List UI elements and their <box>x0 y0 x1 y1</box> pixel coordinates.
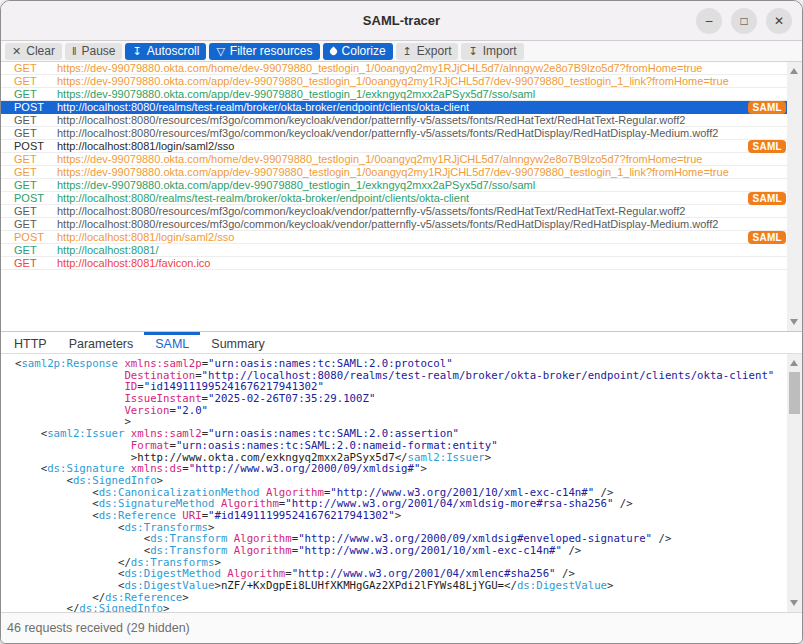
request-url: http://localhost:8080/resources/mf3go/co… <box>57 205 787 218</box>
import-icon: ↧ <box>468 46 477 57</box>
import-button[interactable]: ↧Import <box>461 43 523 60</box>
titlebar[interactable]: SAML-tracer –□✕ <box>1 1 802 41</box>
request-row[interactable]: GEThttps://dev-99079880.okta.com/home/de… <box>1 153 787 166</box>
request-url: http://localhost:8081/ <box>57 244 787 257</box>
request-row[interactable]: GEThttps://dev-99079880.okta.com/app/dev… <box>1 75 787 88</box>
request-row[interactable]: GEThttp://localhost:8080/resources/mf3go… <box>1 127 787 140</box>
scroll-down-icon[interactable] <box>790 319 798 325</box>
pause-label: Pause <box>81 44 115 58</box>
request-method: POST <box>1 192 57 205</box>
request-url: https://dev-99079880.okta.com/app/dev-99… <box>57 166 787 179</box>
colorize-icon <box>330 46 337 57</box>
minimize-button[interactable]: – <box>696 8 722 34</box>
request-url: https://dev-99079880.okta.com/app/dev-99… <box>57 179 787 192</box>
saml-xml-view: <saml2p:Response xmlns:saml2p="urn:oasis… <box>1 354 787 612</box>
maximize-icon: □ <box>740 15 747 27</box>
pause-icon: ‖ <box>72 46 77 57</box>
request-method: POST <box>1 140 57 153</box>
export-button[interactable]: ↥Export <box>396 43 459 60</box>
request-row[interactable]: POSThttp://localhost:8080/realms/test-re… <box>1 192 787 205</box>
request-row[interactable]: POSThttp://localhost:8081/login/saml2/ss… <box>1 231 787 244</box>
window-controls: –□✕ <box>696 8 792 34</box>
autoscroll-icon: ↧ <box>132 46 141 57</box>
app-window: SAML-tracer –□✕ ✕Clear‖Pause↧Autoscroll▽… <box>0 0 803 644</box>
saml-badge: SAML <box>748 192 786 205</box>
scroll-down-icon[interactable] <box>790 600 798 606</box>
close-icon: ✕ <box>774 15 784 27</box>
request-list-scrollbar[interactable] <box>787 62 802 331</box>
saml-badge: SAML <box>748 101 786 114</box>
scroll-up-icon[interactable] <box>790 360 798 366</box>
request-method: POST <box>1 231 57 244</box>
request-url: http://localhost:8080/resources/mf3go/co… <box>57 127 787 140</box>
request-row[interactable]: POSThttp://localhost:8081/login/saml2/ss… <box>1 140 787 153</box>
status-bar: 46 requests received (29 hidden) <box>1 612 802 643</box>
request-row[interactable]: GEThttp://localhost:8080/resources/mf3go… <box>1 218 787 231</box>
request-list: GEThttps://dev-99079880.okta.com/home/de… <box>1 62 787 331</box>
request-url: http://localhost:8080/realms/test-realm/… <box>57 101 787 114</box>
request-url: https://dev-99079880.okta.com/app/dev-99… <box>57 88 787 101</box>
detail-tabs: HTTPParametersSAMLSummary <box>1 331 802 354</box>
request-row[interactable]: GEThttp://localhost:8081/favicon.ico <box>1 257 787 270</box>
request-row[interactable]: GEThttp://localhost:8080/resources/mf3go… <box>1 114 787 127</box>
saml-detail-pane: <saml2p:Response xmlns:saml2p="urn:oasis… <box>1 354 802 612</box>
tab-summary[interactable]: Summary <box>200 332 275 353</box>
request-url: https://dev-99079880.okta.com/home/dev-9… <box>57 62 787 75</box>
pause-button[interactable]: ‖Pause <box>65 43 123 60</box>
export-label: Export <box>417 44 452 58</box>
tab-parameters[interactable]: Parameters <box>58 332 145 353</box>
request-method: POST <box>1 101 57 114</box>
scroll-up-icon[interactable] <box>790 68 798 74</box>
request-method: GET <box>1 153 57 166</box>
request-url: http://localhost:8081/favicon.ico <box>57 257 787 270</box>
request-method: GET <box>1 75 57 88</box>
request-list-pane: GEThttps://dev-99079880.okta.com/home/de… <box>1 62 802 331</box>
saml-badge: SAML <box>748 231 786 244</box>
filter-resources-label: Filter resources <box>230 44 313 58</box>
colorize-label: Colorize <box>342 44 386 58</box>
detail-scrollbar[interactable] <box>787 354 802 612</box>
saml-badge: SAML <box>748 140 786 153</box>
request-row[interactable]: GEThttps://dev-99079880.okta.com/app/dev… <box>1 88 787 101</box>
close-button[interactable]: ✕ <box>766 8 792 34</box>
clear-label: Clear <box>26 44 55 58</box>
request-url: https://dev-99079880.okta.com/app/dev-99… <box>57 75 787 88</box>
status-text: 46 requests received (29 hidden) <box>7 621 190 635</box>
request-method: GET <box>1 114 57 127</box>
request-url: http://localhost:8081/login/saml2/sso <box>57 140 787 153</box>
request-url: http://localhost:8081/login/saml2/sso <box>57 231 787 244</box>
scrollbar-thumb[interactable] <box>789 372 800 414</box>
request-url: http://localhost:8080/realms/test-realm/… <box>57 192 787 205</box>
colorize-button[interactable]: Colorize <box>323 43 393 60</box>
clear-button[interactable]: ✕Clear <box>5 43 62 60</box>
toolbar: ✕Clear‖Pause↧Autoscroll▽Filter resources… <box>1 41 802 62</box>
autoscroll-label: Autoscroll <box>147 44 200 58</box>
request-method: GET <box>1 62 57 75</box>
request-url: https://dev-99079880.okta.com/home/dev-9… <box>57 153 787 166</box>
request-method: GET <box>1 257 57 270</box>
request-row[interactable]: GEThttp://localhost:8080/resources/mf3go… <box>1 205 787 218</box>
tab-http[interactable]: HTTP <box>3 332 58 353</box>
maximize-button[interactable]: □ <box>731 8 757 34</box>
request-method: GET <box>1 244 57 257</box>
request-method: GET <box>1 179 57 192</box>
autoscroll-button[interactable]: ↧Autoscroll <box>125 43 206 60</box>
request-row[interactable]: GEThttps://dev-99079880.okta.com/home/de… <box>1 62 787 75</box>
request-url: http://localhost:8080/resources/mf3go/co… <box>57 114 787 127</box>
request-row[interactable]: POSThttp://localhost:8080/realms/test-re… <box>1 101 787 114</box>
request-row[interactable]: GEThttps://dev-99079880.okta.com/app/dev… <box>1 166 787 179</box>
export-icon: ↥ <box>403 46 412 57</box>
filter-resources-icon: ▽ <box>216 46 224 57</box>
filter-resources-button[interactable]: ▽Filter resources <box>209 43 319 60</box>
request-method: GET <box>1 166 57 179</box>
minimize-icon: – <box>706 15 713 27</box>
request-url: http://localhost:8080/resources/mf3go/co… <box>57 218 787 231</box>
request-row[interactable]: GEThttps://dev-99079880.okta.com/app/dev… <box>1 179 787 192</box>
clear-icon: ✕ <box>12 46 21 57</box>
request-method: GET <box>1 218 57 231</box>
tab-saml[interactable]: SAML <box>144 332 200 353</box>
window-title: SAML-tracer <box>363 13 440 28</box>
request-row[interactable]: GEThttp://localhost:8081/ <box>1 244 787 257</box>
request-method: GET <box>1 88 57 101</box>
request-method: GET <box>1 205 57 218</box>
